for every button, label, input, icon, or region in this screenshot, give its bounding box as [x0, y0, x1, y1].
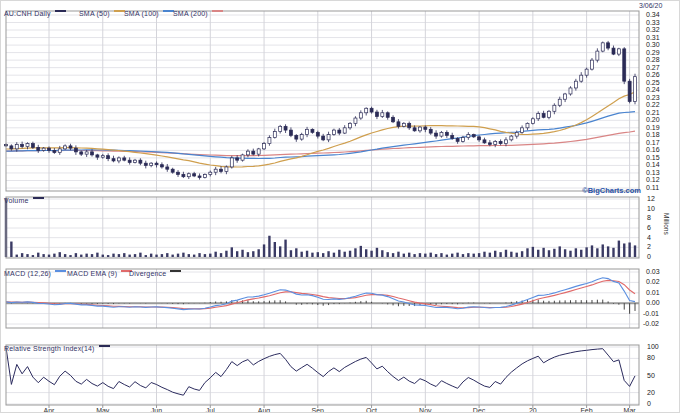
legend-sma100: SMA (100) — [124, 2, 174, 11]
macd-signal-label: MACD EMA (9) — [67, 270, 117, 277]
macd-label: MACD (12,26) — [4, 270, 51, 277]
legend-divergence: Divergence — [129, 262, 181, 271]
sma200-dash — [212, 10, 223, 12]
macd-axis-label: -0.01 — [643, 310, 659, 318]
sma200-label: SMA (200) — [173, 10, 208, 17]
macd-axis-label: -0.02 — [643, 320, 659, 328]
chart-canvas — [1, 1, 680, 413]
symbol-label: AU:CNH Daily — [4, 10, 51, 17]
month-label: Oct — [357, 407, 387, 413]
macd-axis-label: 0.01 — [646, 289, 660, 297]
macd-axis-label: 0.03 — [646, 268, 660, 276]
sma100-label: SMA (100) — [124, 10, 159, 17]
volume-label: Volume — [4, 197, 29, 204]
volume-unit-label: Millions — [663, 213, 670, 235]
month-label: 20 — [518, 407, 548, 413]
macd-axis-label: 0.02 — [646, 278, 660, 286]
rsi-dash — [99, 345, 110, 347]
volume-axis-label: 2 — [647, 243, 651, 251]
rsi-axis-label: 0 — [647, 400, 651, 408]
price-series-dash — [55, 10, 66, 12]
legend-volume: Volume — [4, 189, 44, 198]
rsi-axis-label: 80 — [647, 354, 655, 362]
sma50-label: SMA (50) — [79, 10, 110, 17]
stock-chart: AU:CNH Daily SMA (50) SMA (100) SMA (200… — [0, 0, 680, 413]
volume-axis-label: 8 — [647, 214, 651, 222]
price-axis-label: 0.11 — [646, 184, 659, 192]
bigcharts-link[interactable]: ©BigCharts.com — [566, 186, 641, 195]
volume-dash — [33, 197, 44, 199]
legend-symbol: AU:CNH Daily — [4, 2, 66, 11]
macd-axis-label: 0.00 — [646, 299, 660, 307]
volume-axis-label: 6 — [647, 224, 651, 232]
volume-axis-label: 4 — [647, 234, 651, 242]
month-label: Jun — [142, 407, 172, 413]
macd-line-dash — [55, 270, 66, 272]
legend-macd-signal: MACD EMA (9) — [67, 262, 132, 271]
month-label: Feb — [572, 407, 602, 413]
volume-axis-label: 10 — [647, 205, 655, 213]
last-date-label: 3/06/20 — [639, 2, 669, 9]
month-label: Apr — [34, 407, 64, 413]
month-label: Sep — [303, 407, 333, 413]
divergence-label: Divergence — [129, 270, 166, 277]
month-label: Aug — [249, 407, 279, 413]
legend-rsi: Relative Strength Index(14) — [4, 337, 110, 346]
rsi-axis-label: 100 — [647, 343, 659, 351]
divergence-dash — [170, 270, 181, 272]
rsi-axis-label: 50 — [647, 372, 655, 380]
month-label: Nov — [410, 407, 440, 413]
legend-sma200: SMA (200) — [173, 2, 223, 11]
month-label: May — [88, 407, 118, 413]
volume-axis-label: 0 — [647, 253, 651, 261]
volume-axis-label: 12 — [647, 195, 655, 203]
legend-macd: MACD (12,26) — [4, 262, 66, 271]
month-label: Dec — [464, 407, 494, 413]
month-label: Mar — [615, 407, 645, 413]
legend-sma50: SMA (50) — [79, 2, 125, 11]
month-label: Jul — [195, 407, 225, 413]
rsi-label: Relative Strength Index(14) — [4, 345, 95, 352]
rsi-axis-label: 20 — [647, 389, 655, 397]
